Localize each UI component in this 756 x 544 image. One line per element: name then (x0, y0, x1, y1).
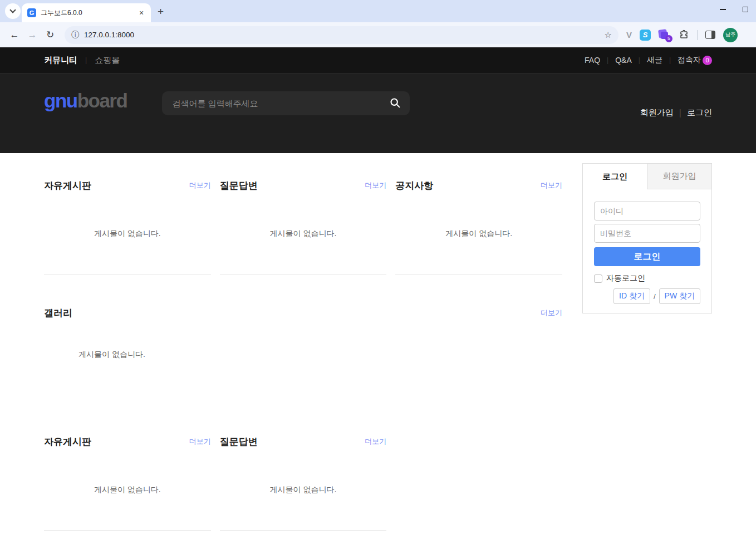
login-password-field[interactable] (594, 224, 700, 243)
profile-avatar[interactable]: 남주 (723, 28, 738, 42)
purple-extension-icon[interactable]: 5 (659, 30, 671, 41)
find-id-button[interactable]: ID 찾기 (613, 288, 650, 304)
address-bar[interactable]: ⓘ 127.0.0.1:8000 ☆ (65, 26, 618, 44)
section-title: 질문답변 (220, 179, 258, 192)
section-title: 공지사항 (395, 179, 433, 192)
chevron-down-icon (9, 7, 16, 13)
empty-message: 게시물이 없습니다. (270, 229, 337, 239)
nav-new-posts[interactable]: 새글 (647, 55, 662, 65)
site-header: gnuboard 회원가입 | 로그인 (0, 73, 756, 153)
vue-devtools-icon[interactable]: V (626, 30, 632, 40)
auto-login-label: 자동로그인 (606, 273, 645, 283)
extension-badge: 5 (665, 35, 672, 42)
header-links-divider: | (679, 108, 681, 118)
nav-faq[interactable]: FAQ (585, 56, 600, 65)
board-row-top: 자유게시판 더보기 게시물이 없습니다. 질문답변 더보기 게시물이 없습니다.… (44, 177, 562, 275)
more-link[interactable]: 더보기 (365, 437, 386, 447)
section-title: 갤러리 (44, 307, 72, 320)
close-tab-icon[interactable]: × (136, 8, 146, 18)
empty-message: 게시물이 없습니다. (94, 485, 161, 495)
find-pw-button[interactable]: PW 찾기 (659, 288, 700, 304)
board-section-free: 자유게시판 더보기 게시물이 없습니다. (44, 177, 211, 275)
nav-shop[interactable]: 쇼핑몰 (95, 55, 120, 66)
nav-divider: | (607, 56, 608, 64)
header-signup-link[interactable]: 회원가입 (640, 107, 674, 118)
site-logo[interactable]: gnuboard (44, 90, 127, 111)
tab-signup[interactable]: 회원가입 (647, 164, 711, 189)
main-content: 자유게시판 더보기 게시물이 없습니다. 질문답변 더보기 게시물이 없습니다.… (0, 153, 756, 531)
more-link[interactable]: 더보기 (365, 180, 386, 190)
tab-title: 그누보드6.0.0 (41, 8, 136, 18)
s-extension-icon[interactable]: S (640, 30, 651, 41)
empty-message: 게시물이 없습니다. (78, 350, 145, 359)
auto-login-checkbox[interactable] (594, 275, 602, 283)
board-section-free-2: 자유게시판 더보기 게시물이 없습니다. (44, 433, 211, 531)
forward-icon: → (23, 30, 41, 41)
tab-search-button[interactable] (5, 3, 21, 19)
side-panel-icon[interactable] (705, 31, 715, 39)
more-link[interactable]: 더보기 (189, 180, 211, 190)
nav-divider: | (85, 56, 87, 64)
search-box (162, 91, 410, 115)
login-submit-button[interactable]: 로그인 (594, 247, 700, 266)
header-login-link[interactable]: 로그인 (687, 107, 712, 118)
section-title: 질문답변 (220, 435, 258, 448)
bookmark-star-icon[interactable]: ☆ (605, 30, 612, 40)
browser-tab[interactable]: G 그누보드6.0.0 × (22, 3, 151, 22)
empty-message: 게시물이 없습니다. (94, 229, 161, 239)
board-row-bottom: 자유게시판 더보기 게시물이 없습니다. 질문답변 더보기 게시물이 없습니다. (44, 433, 562, 531)
login-id-field[interactable] (594, 202, 700, 220)
extensions-puzzle-icon[interactable] (679, 30, 689, 40)
board-section-qa-2: 질문답변 더보기 게시물이 없습니다. (220, 433, 387, 531)
favicon-icon: G (27, 8, 36, 17)
maximize-icon[interactable] (743, 7, 748, 12)
site-top-nav: 커뮤니티 | 쇼핑몰 FAQ | Q&A | 새글 | 접속자0 (0, 47, 756, 73)
reload-icon[interactable]: ↻ (41, 29, 59, 41)
browser-toolbar: ← → ↻ ⓘ 127.0.0.1:8000 ☆ V S 5 남주 (0, 22, 756, 47)
search-icon[interactable] (389, 97, 401, 111)
section-title: 자유게시판 (44, 179, 91, 192)
minimize-icon[interactable] (720, 9, 726, 10)
board-section-notice: 공지사항 더보기 게시물이 없습니다. (395, 177, 562, 275)
empty-message: 게시물이 없습니다. (270, 485, 337, 495)
nav-community[interactable]: 커뮤니티 (44, 55, 77, 66)
login-widget: 로그인 회원가입 로그인 자동로그인 ID 찾기 / PW 찾기 (582, 163, 712, 313)
visitor-count-badge: 0 (703, 56, 712, 65)
search-input[interactable] (162, 91, 410, 115)
new-tab-button[interactable]: + (158, 6, 164, 18)
toolbar-divider (697, 30, 698, 40)
more-link[interactable]: 더보기 (541, 180, 562, 190)
tab-login[interactable]: 로그인 (583, 164, 647, 189)
nav-visitors[interactable]: 접속자0 (678, 55, 712, 65)
url-text[interactable]: 127.0.0.1:8000 (84, 31, 605, 39)
empty-message: 게시물이 없습니다. (445, 229, 512, 239)
nav-qna[interactable]: Q&A (615, 56, 632, 65)
more-link[interactable]: 더보기 (541, 308, 562, 318)
nav-divider: | (639, 56, 640, 64)
browser-tab-strip: G 그누보드6.0.0 × + (0, 0, 756, 22)
board-section-qa: 질문답변 더보기 게시물이 없습니다. (220, 177, 387, 275)
more-link[interactable]: 더보기 (189, 437, 211, 447)
back-icon[interactable]: ← (6, 30, 23, 41)
site-info-icon[interactable]: ⓘ (71, 30, 79, 40)
nav-divider: | (669, 56, 671, 64)
section-title: 자유게시판 (44, 435, 91, 448)
find-separator: / (654, 292, 656, 301)
gallery-section: 갤러리 더보기 게시물이 없습니다. (44, 305, 562, 416)
